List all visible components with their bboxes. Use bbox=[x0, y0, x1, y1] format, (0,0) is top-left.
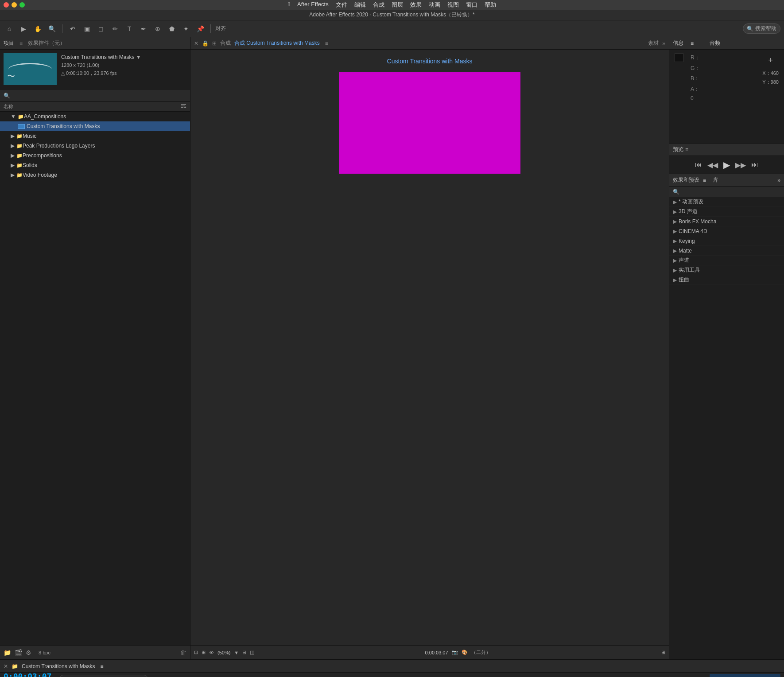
project-search-input[interactable] bbox=[13, 93, 186, 99]
folder-name: AA_Compositions bbox=[24, 113, 66, 120]
text-tool[interactable]: T bbox=[124, 23, 135, 35]
menu-help[interactable]: 帮助 bbox=[485, 1, 496, 9]
folder-peak-logo[interactable]: ▶ 📁 Peak Productions Logo Layers bbox=[0, 141, 190, 151]
loop-icon[interactable]: ⊟ bbox=[242, 650, 246, 655]
more-tabs-icon[interactable]: » bbox=[662, 40, 665, 47]
timeline-search-input[interactable] bbox=[59, 675, 148, 677]
effect-cat-keying[interactable]: ▶ Keying bbox=[669, 236, 784, 246]
rotate-tool[interactable]: ↶ bbox=[67, 23, 78, 35]
zoom-dropdown[interactable]: ▼ bbox=[234, 650, 239, 655]
next-frame-btn[interactable]: ▶▶ bbox=[735, 161, 746, 169]
arrow-icon: ▶ bbox=[673, 199, 677, 205]
clone-tool[interactable]: ⊕ bbox=[152, 23, 163, 35]
close-tab-icon[interactable]: ✕ bbox=[194, 40, 198, 47]
timeline-tool-1[interactable]: ⊞ bbox=[659, 676, 664, 677]
effect-cat-animation-presets[interactable]: ▶ * 动画预设 bbox=[669, 197, 784, 207]
search-spacer bbox=[59, 675, 656, 677]
timeline-close-icon[interactable]: ✕ bbox=[4, 663, 8, 669]
color-depth-btn[interactable]: 8 bpc bbox=[39, 650, 50, 655]
new-comp-btn[interactable]: 🎬 bbox=[15, 649, 22, 656]
effects-search-input[interactable] bbox=[679, 189, 780, 195]
folder-video-footage[interactable]: ▶ 📁 Video Footage bbox=[0, 170, 190, 180]
brush-tool[interactable]: ✒ bbox=[138, 23, 149, 35]
menu-effects[interactable]: 效果 bbox=[410, 1, 422, 9]
timeline-menu-icon[interactable]: ≡ bbox=[100, 663, 103, 669]
preview-menu-icon[interactable]: ≡ bbox=[685, 147, 688, 153]
delete-btn[interactable]: 🗑 bbox=[180, 649, 186, 656]
puppet-tool[interactable]: ✦ bbox=[180, 23, 192, 35]
menu-edit[interactable]: 编辑 bbox=[354, 1, 366, 9]
minimize-button[interactable] bbox=[12, 2, 17, 8]
last-frame-btn[interactable]: ⏭ bbox=[751, 161, 758, 169]
region-icon[interactable]: ⊡ bbox=[194, 650, 198, 655]
folder-solids[interactable]: ▶ 📁 Solids bbox=[0, 160, 190, 170]
pin-tool[interactable]: 📌 bbox=[194, 23, 206, 35]
effects-menu-icon[interactable]: ≡ bbox=[703, 177, 706, 183]
hand-tool[interactable]: ✋ bbox=[32, 23, 43, 35]
comp-viewer-canvas-area[interactable]: Custom Transitions with Masks bbox=[190, 50, 669, 645]
project-panel: 项目 ≡ 效果控件（无） 〜 Custom Transitions with M… bbox=[0, 37, 190, 659]
color-picker-icon[interactable]: 🎨 bbox=[462, 650, 468, 655]
timeline-timecode[interactable]: 0:00:03:07 bbox=[4, 672, 51, 677]
comp-timecode[interactable]: 0:00:03:07 bbox=[425, 650, 448, 655]
timeline-tool-5[interactable]: ◎ bbox=[691, 676, 695, 677]
arrow-icon: ▶ bbox=[673, 238, 677, 244]
settings-btn[interactable]: ⚙ bbox=[26, 649, 31, 656]
effect-cat-distort[interactable]: ▶ 扭曲 bbox=[669, 275, 784, 285]
view-mode-label[interactable]: （二分） bbox=[471, 649, 491, 656]
resolution-icon[interactable]: ◫ bbox=[250, 650, 254, 655]
eraser-tool[interactable]: ⬟ bbox=[166, 23, 178, 35]
camera-tool[interactable]: ▣ bbox=[81, 23, 93, 35]
timeline-tool-3[interactable]: ⊕ bbox=[675, 676, 679, 677]
search-icon: 🔍 bbox=[747, 26, 753, 32]
menu-animation[interactable]: 动画 bbox=[429, 1, 440, 9]
comp-info: Custom Transitions with Masks ▼ 1280 x 7… bbox=[61, 53, 141, 86]
folder-precompositions[interactable]: ▶ 📁 Precompositions bbox=[0, 151, 190, 160]
menu-view[interactable]: 视图 bbox=[447, 1, 459, 9]
info-panel: 信息 ≡ 音频 R： bbox=[669, 37, 784, 144]
folder-aa-compositions[interactable]: ▼ 📁 AA_Compositions bbox=[0, 112, 190, 121]
effect-cat-utility[interactable]: ▶ 实用工具 bbox=[669, 265, 784, 275]
timeline-tool-2[interactable]: ✦ bbox=[667, 676, 671, 677]
effect-cat-boris-mocha[interactable]: ▶ Boris FX Mocha bbox=[669, 217, 784, 226]
main-layout: 项目 ≡ 效果控件（无） 〜 Custom Transitions with M… bbox=[0, 37, 784, 659]
effects-search-icon: 🔍 bbox=[673, 189, 679, 195]
menu-layer[interactable]: 图层 bbox=[392, 1, 403, 9]
effects-more-icon[interactable]: » bbox=[777, 177, 780, 183]
effect-cat-cinema4d[interactable]: ▶ CINEMA 4D bbox=[669, 226, 784, 236]
prev-frame-btn[interactable]: ◀◀ bbox=[707, 161, 718, 169]
menu-window[interactable]: 窗口 bbox=[466, 1, 477, 9]
help-search[interactable]: 🔍 搜索帮助 bbox=[743, 23, 780, 34]
camera-icon[interactable]: 📷 bbox=[452, 650, 458, 655]
name-column-label: 名称 bbox=[4, 103, 13, 110]
pen-tool[interactable]: ✏ bbox=[109, 23, 121, 35]
zoom-level[interactable]: (50%) bbox=[217, 650, 230, 655]
menu-app[interactable]: After Effects bbox=[297, 1, 329, 9]
timeline-tool-6[interactable]: ⊡ bbox=[699, 676, 703, 677]
panel-menu-icon[interactable]: ≡ bbox=[325, 40, 328, 47]
effect-cat-matte[interactable]: ▶ Matte bbox=[669, 246, 784, 256]
info-menu-icon[interactable]: ≡ bbox=[691, 40, 694, 47]
alpha-icon[interactable]: ⊞ bbox=[202, 650, 206, 655]
comp-custom-transitions[interactable]: Custom Transitions with Masks bbox=[0, 121, 190, 131]
menu-file[interactable]: 文件 bbox=[336, 1, 347, 9]
maximize-button[interactable] bbox=[19, 2, 25, 8]
zoom-tool[interactable]: 🔍 bbox=[46, 23, 58, 35]
effect-cat-3d-channel[interactable]: ▶ 3D 声道 bbox=[669, 207, 784, 217]
effect-cat-channel[interactable]: ▶ 声道 bbox=[669, 256, 784, 265]
new-folder-btn[interactable]: 📁 bbox=[4, 649, 11, 656]
menu-composition[interactable]: 合成 bbox=[373, 1, 384, 9]
close-button[interactable] bbox=[4, 2, 9, 8]
prev-first-frame-btn[interactable]: ⏮ bbox=[695, 161, 702, 169]
lock-icon[interactable]: 🔒 bbox=[202, 40, 209, 47]
rectangle-tool[interactable]: ◻ bbox=[95, 23, 107, 35]
home-tool[interactable]: ⌂ bbox=[4, 23, 15, 35]
folder-music[interactable]: ▶ 📁 Music bbox=[0, 131, 190, 141]
mask-icon[interactable]: 👁 bbox=[209, 650, 214, 655]
timeline-tool-4[interactable]: ⊟ bbox=[683, 676, 687, 677]
apple-menu[interactable]:  bbox=[288, 1, 290, 9]
select-tool[interactable]: ▶ bbox=[18, 23, 29, 35]
play-btn[interactable]: ▶ bbox=[723, 160, 730, 170]
color-swatch bbox=[675, 53, 683, 62]
expand-icon[interactable]: ⊞ bbox=[661, 650, 665, 655]
